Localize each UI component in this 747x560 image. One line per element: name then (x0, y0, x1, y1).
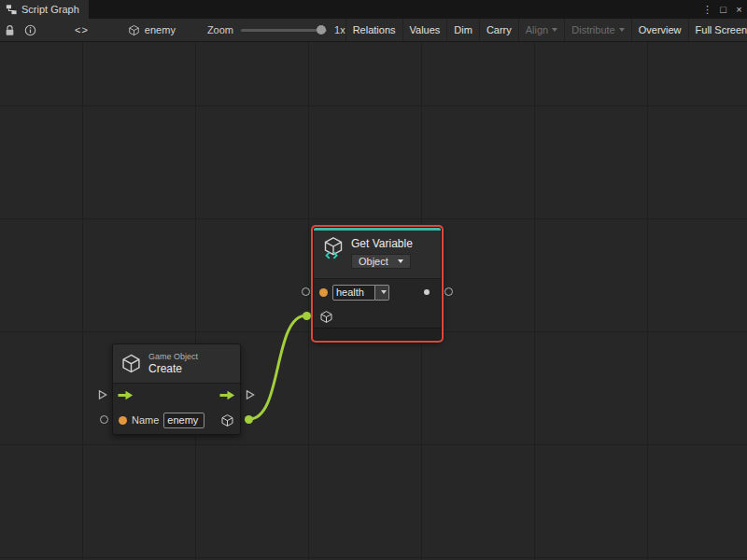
zoom-control: Zoom 1x (207, 24, 345, 35)
control-flow-row (113, 384, 240, 406)
node-create-game-object[interactable]: Game Object Create (112, 343, 241, 435)
toolbar: <> enemy Zoom 1x Relations Values Dim (0, 19, 747, 42)
lock-button[interactable] (0, 19, 20, 41)
name-parameter-row: Name (113, 406, 240, 434)
node-get-variable[interactable]: Get Variable Object (313, 227, 442, 341)
variable-name-row (314, 279, 441, 305)
tab-script-graph[interactable]: Script Graph (0, 0, 89, 19)
button-label: Align (526, 24, 548, 35)
game-object-output-icon (220, 413, 234, 427)
toolbar-button-relations[interactable]: Relations (345, 19, 402, 41)
lock-icon (5, 24, 15, 36)
node-header[interactable]: Game Object Create (113, 344, 240, 384)
graph-name-label: enemy (145, 24, 176, 35)
string-value-dot (119, 416, 127, 425)
dropdown-caret-icon (552, 28, 557, 32)
toolbar-button-distribute: Distribute (564, 19, 630, 41)
variable-name-input-port[interactable] (302, 287, 310, 296)
toolbar-button-dim[interactable]: Dim (446, 19, 479, 41)
node-title: Get Variable (351, 237, 413, 250)
name-input-port[interactable] (100, 415, 108, 424)
node-title: Create (148, 362, 198, 375)
game-object-icon (120, 353, 142, 374)
zoom-value: 1x (334, 24, 345, 35)
button-label: Dim (454, 24, 472, 35)
dropdown-caret-icon (398, 259, 403, 263)
name-input[interactable] (163, 413, 204, 428)
tab-title: Script Graph (21, 4, 79, 15)
variable-scope-dropdown[interactable]: Object (351, 254, 411, 269)
button-label: Relations (353, 24, 396, 35)
get-variable-icon (321, 236, 345, 260)
window-maximize-button[interactable]: □ (715, 0, 731, 19)
button-label: Distribute (571, 24, 614, 35)
script-graph-icon (6, 4, 17, 15)
toolbar-button-values[interactable]: Values (402, 19, 447, 41)
window-close-button[interactable]: × (731, 0, 747, 19)
zoom-slider-track[interactable] (241, 29, 327, 32)
object-target-row (314, 305, 441, 328)
zoom-slider-handle[interactable] (317, 25, 326, 35)
button-label: Carry (486, 24, 512, 35)
button-label: Overview (639, 24, 682, 35)
titlebar: Script Graph ⋮ □ × (0, 0, 747, 19)
value-output-port[interactable] (444, 287, 453, 296)
flow-output-arrow-icon[interactable] (219, 390, 235, 400)
script-graph-window: Script Graph ⋮ □ × <> (0, 0, 747, 560)
value-output-dot (424, 289, 430, 295)
node-category: Game Object (148, 352, 198, 362)
toolbar-button-carry[interactable]: Carry (479, 19, 518, 41)
string-value-dot (319, 288, 328, 297)
dropdown-caret-icon (381, 290, 387, 294)
game-object-output-port[interactable] (245, 415, 253, 424)
flow-input-arrow-icon[interactable] (118, 390, 134, 400)
info-icon (24, 24, 36, 36)
graph-canvas[interactable]: Game Object Create (0, 42, 747, 560)
toolbar-button-full-screen[interactable]: Full Screen (688, 19, 747, 41)
zoom-label: Zoom (207, 24, 233, 35)
button-label: Values (410, 24, 441, 35)
code-preview-toggle[interactable]: <> (69, 24, 94, 35)
scope-label: Object (359, 256, 388, 267)
control-input-port[interactable] (98, 389, 107, 400)
node-footer (314, 328, 441, 340)
window-menu-button[interactable]: ⋮ (699, 0, 715, 19)
button-label: Full Screen (696, 24, 747, 35)
variable-name-input[interactable] (332, 285, 375, 301)
info-button[interactable] (20, 19, 41, 41)
titlebar-spacer (89, 0, 699, 19)
name-port-label: Name (132, 414, 159, 426)
graph-icon (128, 24, 140, 36)
dropdown-caret-icon (619, 28, 625, 32)
toolbar-button-align: Align (518, 19, 564, 41)
wire-create-to-get-variable[interactable] (249, 315, 306, 419)
game-object-input-icon (319, 310, 333, 324)
graph-breadcrumb[interactable]: enemy (128, 24, 176, 36)
variable-name-dropdown-button[interactable] (375, 285, 389, 301)
object-input-port[interactable] (303, 312, 311, 320)
toolbar-button-overview[interactable]: Overview (631, 19, 688, 41)
node-header[interactable]: Get Variable Object (314, 231, 441, 279)
control-output-port[interactable] (246, 389, 255, 400)
